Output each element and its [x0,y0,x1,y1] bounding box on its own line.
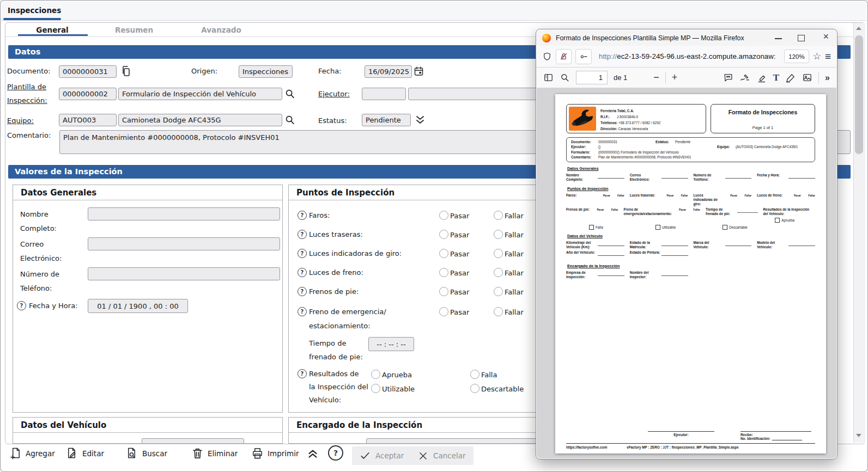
luces-freno-fallar-radio[interactable] [494,268,503,277]
tab-inspecciones[interactable]: Inspecciones [8,6,61,15]
plantilla-name-input[interactable]: Formulario de Inspección del Vehículo [118,88,282,100]
tab-active-underline [3,18,61,20]
equipo-search-icon[interactable] [284,113,296,126]
encargado-panel: Encargado de la Inspección [288,417,557,444]
luces-traseras-pasar-radio[interactable] [439,230,448,239]
maximize-button[interactable] [798,35,805,41]
agregar-button[interactable]: Agregar [9,446,55,461]
freno-emergencia-fallar-radio[interactable] [494,307,503,316]
ejecutor-label[interactable]: Ejecutor: [318,90,350,98]
frenos-pie-fallar-radio[interactable] [494,287,503,296]
luces-giro-pasar-radio[interactable] [439,249,448,258]
url-field[interactable]: http://ec2-13-59-245-96.us-east-2.comput… [599,52,780,60]
telefono-input[interactable] [88,267,280,280]
fecha-input[interactable]: 16/09/2025 [365,65,412,78]
help-icon[interactable]: ? [298,268,307,277]
pdf-viewport[interactable]: Ferretería Total, C.A. R.I.F.:J-50003846… [537,88,836,458]
zoom-level-badge[interactable]: 120% [784,50,809,63]
fallar-label: Fallar [505,250,524,258]
page-number-input[interactable]: 1 [576,71,608,84]
sidebar-toggle-icon[interactable] [543,72,554,83]
more-tools-icon[interactable]: » [825,73,830,83]
buscar-button[interactable]: Buscar [126,446,167,461]
firefox-titlebar[interactable]: Formato de Inspecciones Plantilla Simple… [537,30,836,46]
pasar-label: Pasar [450,269,469,277]
help-button[interactable]: ? [328,445,343,461]
origen-input[interactable]: Inspecciones [239,65,293,78]
help-icon[interactable]: ? [298,249,307,258]
help-icon[interactable]: ? [17,301,26,310]
cancelar-button[interactable]: Cancelar [410,446,474,465]
pdf-checkbox-label: Descartable [729,225,748,229]
descartable-radio[interactable] [470,384,479,393]
equipo-name-input[interactable]: Camioneta Dodge AFC435G [118,114,282,126]
tiempo-frenado-input[interactable]: -- : -- : -- [368,337,414,351]
pdf-field: Estado de Pintura: [630,250,688,260]
utilizable-radio[interactable] [371,384,380,393]
menu-hamburger-icon[interactable]: ≡ [825,51,831,63]
shield-icon[interactable] [542,51,552,62]
correo-input[interactable] [88,237,280,250]
pdf-footer-site: https://factorysoftve.com [566,445,607,449]
imprimir-button[interactable]: Imprimir [251,446,299,461]
scroll-up-arrow[interactable] [856,27,861,30]
pdf-checkbox-label: Utilizable [662,225,676,229]
eliminar-button[interactable]: Eliminar [191,446,238,461]
luces-traseras-fallar-radio[interactable] [494,230,503,239]
lock-crossed-icon [559,51,568,62]
tab-avanzado[interactable]: Avanzado [186,26,257,34]
plantilla-label-line1[interactable]: Plantilla de [7,83,46,91]
copy-icon[interactable] [120,64,132,78]
calendar-icon[interactable] [413,65,424,78]
equipo-code-input[interactable]: AUTO003 [59,114,117,126]
plantilla-code-input[interactable]: 0000000002 [59,88,117,100]
signature-tool-icon[interactable] [739,72,750,83]
scroll-down-arrow[interactable] [856,434,861,437]
help-icon[interactable]: ? [298,211,307,220]
pdf-field-line [598,250,624,256]
zoom-in-icon[interactable]: + [672,72,678,83]
fecha-hora-input[interactable]: 01 / 01 / 1900 , 00 : 00 [88,299,188,313]
chevron-double-down-icon[interactable] [414,113,427,127]
help-icon[interactable]: ? [298,369,307,378]
collapse-toolbar-icon[interactable] [306,446,320,460]
help-icon[interactable]: ? [298,307,307,316]
pdf-search-icon[interactable] [560,72,570,83]
permissions-chip[interactable] [575,49,592,64]
close-button[interactable]: × [823,31,829,42]
pdf-field: Número de Teléfono: [694,173,752,182]
zoom-out-icon[interactable]: − [653,72,659,83]
nombre-completo-input[interactable] [88,207,280,220]
bookmark-star-icon[interactable]: ☆ [813,51,821,62]
tab-resumen[interactable]: Resumen [99,26,169,34]
faros-fallar-radio[interactable] [494,211,503,220]
estatus-input[interactable]: Pendiente [362,114,411,126]
ejecutor-code-input[interactable] [362,88,406,100]
highlighter-tool-icon[interactable] [756,72,767,83]
scrollbar-thumb[interactable] [855,35,863,154]
plantilla-search-icon[interactable] [284,87,296,100]
tab-general[interactable]: General [17,26,88,34]
editar-button[interactable]: Editar [66,446,104,461]
vehiculo-field-input[interactable] [142,438,244,444]
freno-emergencia-pasar-radio[interactable] [439,307,448,316]
luces-freno-pasar-radio[interactable] [439,268,448,277]
connection-not-secure-chip[interactable] [556,49,572,64]
draw-tool-icon[interactable] [785,72,796,83]
falla-radio[interactable] [470,370,479,379]
equipo-label[interactable]: Equipo: [7,117,34,125]
luces-giro-fallar-radio[interactable] [494,249,503,258]
aceptar-button[interactable]: Aceptar [352,446,411,465]
comment-tool-icon[interactable] [723,72,733,83]
text-tool-icon[interactable]: T [773,72,779,83]
help-icon[interactable]: ? [298,287,307,296]
faros-pasar-radio[interactable] [439,211,448,220]
help-icon[interactable]: ? [298,230,307,239]
encargado-field-input[interactable] [366,438,546,444]
image-tool-icon[interactable] [802,72,812,83]
minimize-button[interactable] [775,38,782,39]
plantilla-label-line2[interactable]: Inspección: [7,96,47,105]
frenos-pie-pasar-radio[interactable] [439,287,448,296]
aprueba-radio[interactable] [371,370,380,379]
documento-input[interactable]: 0000000031 [59,65,117,78]
